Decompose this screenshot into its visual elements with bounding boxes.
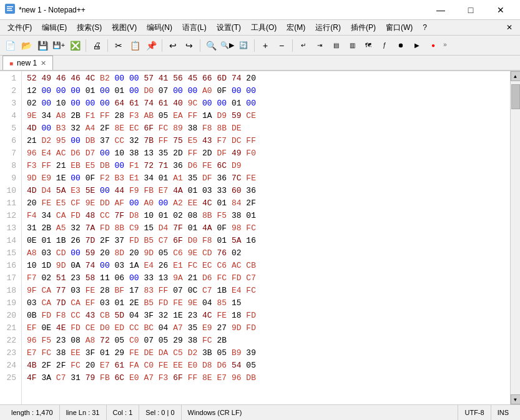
- tb-new[interactable]: 📄: [2, 38, 17, 53]
- hex-line: 02 00 10 00 00 00 64 61 74 61 40 9C 00 0…: [27, 97, 505, 110]
- tab-new1[interactable]: ■ new 1 ✕: [2, 56, 53, 70]
- status-length: length : 1,470: [5, 405, 60, 420]
- hex-line: E7 FC 38 EE 3F 01 29 FE DE DA C5 D2 3B 0…: [27, 347, 505, 359]
- line-number: 18: [2, 285, 16, 297]
- line-number: 16: [2, 260, 16, 272]
- tb-undo[interactable]: ↩: [165, 38, 180, 53]
- menu-settings[interactable]: 设置(T): [212, 21, 246, 34]
- hex-line: 21 D2 95 00 DB 37 CC 32 7B FF 75 E5 43 F…: [27, 135, 505, 147]
- tb-save-all[interactable]: 💾+: [51, 38, 66, 53]
- tb-redo[interactable]: ↪: [182, 38, 197, 53]
- title-bar: *new 1 - Notepad++ — □ ✕: [0, 0, 520, 20]
- tb-zoom-out[interactable]: −: [274, 38, 289, 53]
- minimize-button[interactable]: —: [426, 0, 455, 20]
- line-number: 6: [2, 135, 16, 147]
- tb-separator-5: [254, 39, 255, 52]
- hex-line: 9D E9 1E 00 0F F2 B3 E1 34 01 A1 35 DF 3…: [27, 172, 505, 185]
- tab-close-button[interactable]: ✕: [41, 59, 46, 67]
- menu-language[interactable]: 语言(L): [177, 21, 212, 34]
- menu-macro[interactable]: 宏(M): [282, 21, 310, 34]
- tb-func[interactable]: ƒ: [377, 38, 392, 53]
- hex-line: 31 2B A5 32 7A FD 8B C9 15 D4 7F 01 4A 0…: [27, 222, 505, 235]
- hex-line: 0B FD F8 CC 43 CB 5D 04 3F 32 1E 23 4C F…: [27, 310, 505, 322]
- tb-cut[interactable]: ✂: [111, 38, 126, 53]
- line-number: 15: [2, 247, 16, 260]
- hex-line: 0E 01 1B 26 7D 2F 37 FD B5 C7 6F D0 F8 0…: [27, 235, 505, 247]
- menu-tools[interactable]: 工具(O): [246, 21, 282, 34]
- status-ins: INS: [491, 405, 515, 420]
- tb-save[interactable]: 💾: [35, 38, 50, 53]
- hex-line: 10 1D 9D 0A 74 00 03 1A E4 26 E1 FC EC C…: [27, 260, 505, 272]
- tb-map[interactable]: 🗺: [361, 38, 376, 53]
- line-number: 8: [2, 160, 16, 172]
- tb-macro-rec[interactable]: ⏺: [393, 38, 408, 53]
- line-number: 13: [2, 222, 16, 235]
- menu-edit[interactable]: 编辑(E): [37, 21, 72, 34]
- tab-modified-icon: ■: [9, 60, 13, 67]
- tb-open[interactable]: 📂: [19, 38, 34, 53]
- hex-line: F3 FF 21 EB E5 DB 00 F1 72 71 36 D6 FE 6…: [27, 160, 505, 172]
- line-number: 12: [2, 210, 16, 222]
- tb-close[interactable]: ❎: [67, 38, 82, 53]
- hex-line: 9F CA 77 03 FE 28 BF 17 83 FF 07 0C C7 1…: [27, 285, 505, 297]
- menu-file[interactable]: 文件(F): [2, 21, 37, 34]
- menu-encoding[interactable]: 编码(N): [142, 21, 177, 34]
- menu-bar: 文件(F) 编辑(E) 搜索(S) 视图(V) 编码(N) 语言(L) 设置(T…: [0, 20, 520, 36]
- hex-line: 4D 00 B3 32 A4 2F 8E EC 6F FC 89 38 F8 8…: [27, 122, 505, 135]
- line-number: 5: [2, 122, 16, 135]
- tab-label: new 1: [17, 59, 37, 67]
- svg-rect-2: [7, 8, 12, 9]
- tb-find-next[interactable]: 🔍▶: [220, 38, 235, 53]
- line-number: 3: [2, 97, 16, 110]
- tb-separator-6: [292, 39, 293, 52]
- tb-plugin[interactable]: ●: [426, 38, 441, 53]
- menu-search[interactable]: 搜索(S): [72, 21, 107, 34]
- hex-line: 4B 2F 2F FC 20 E7 61 FA C0 FE EE E0 D8 D…: [27, 359, 505, 372]
- tb-paste[interactable]: 📌: [144, 38, 159, 53]
- scroll-thumb[interactable]: [511, 84, 520, 109]
- hex-line: 4F 3A C7 31 79 FB 6C E0 A7 F3 6F FF 8E E…: [27, 372, 505, 384]
- app-icon: [5, 4, 15, 16]
- scroll-up-arrow[interactable]: ▲: [511, 71, 521, 81]
- line-number: 24: [2, 359, 16, 372]
- close-button[interactable]: ✕: [486, 0, 515, 20]
- line-number: 4: [2, 110, 16, 122]
- tb-view2[interactable]: ▥: [345, 38, 360, 53]
- tb-find[interactable]: 🔍: [204, 38, 218, 53]
- tb-wrap[interactable]: ↵: [296, 38, 311, 53]
- tb-expand[interactable]: »: [442, 42, 448, 49]
- scroll-down-arrow[interactable]: ▼: [511, 394, 521, 404]
- menu-window[interactable]: 窗口(W): [381, 21, 418, 34]
- maximize-button[interactable]: □: [456, 0, 485, 20]
- tb-copy[interactable]: 📋: [127, 38, 142, 53]
- menu-run[interactable]: 运行(R): [310, 21, 346, 34]
- line-number: 23: [2, 347, 16, 359]
- editor-content[interactable]: 52 49 46 46 4C B2 00 00 57 41 56 45 66 6…: [22, 71, 510, 404]
- menu-help[interactable]: ?: [418, 22, 432, 33]
- line-number: 20: [2, 310, 16, 322]
- line-number: 22: [2, 335, 16, 347]
- menu-view[interactable]: 视图(V): [107, 21, 142, 34]
- menu-close-app[interactable]: ✕: [501, 22, 518, 33]
- hex-line: 20 FE E5 CF 9E DD AF 00 A0 00 A2 EE 4C 0…: [27, 197, 505, 210]
- line-number: 10: [2, 185, 16, 197]
- hex-line: A8 03 CD 00 59 20 8D 20 9D 05 C6 9E CD 7…: [27, 247, 505, 260]
- tb-separator-4: [200, 39, 200, 52]
- tb-zoom-in[interactable]: +: [258, 38, 273, 53]
- tb-macro-play[interactable]: ▶: [410, 38, 424, 53]
- line-number: 11: [2, 197, 16, 210]
- line-number: 25: [2, 372, 16, 384]
- scroll-track[interactable]: [511, 81, 520, 394]
- tb-indent[interactable]: ⇥: [312, 38, 327, 53]
- status-bar: length : 1,470 line Ln : 31 Col : 1 Sel …: [0, 404, 520, 420]
- hex-line: 4D D4 5A E3 5E 00 44 F9 FB E7 4A 01 03 3…: [27, 185, 505, 197]
- menu-plugins[interactable]: 插件(P): [346, 21, 381, 34]
- tb-view1[interactable]: ▤: [328, 38, 343, 53]
- vertical-scrollbar[interactable]: ▲ ▼: [510, 71, 520, 404]
- hex-line: F4 34 CA FD 48 CC 7F D8 10 01 02 08 8B F…: [27, 210, 505, 222]
- line-numbers: 1234567891011121314151617181920212223242…: [0, 71, 22, 404]
- tb-replace[interactable]: 🔄: [236, 38, 251, 53]
- tb-print[interactable]: 🖨: [89, 38, 104, 53]
- hex-line: 9E 34 A8 2B F1 FF 28 F3 AB 05 EA FF 1A D…: [27, 110, 505, 122]
- editor-container: 1234567891011121314151617181920212223242…: [0, 71, 520, 404]
